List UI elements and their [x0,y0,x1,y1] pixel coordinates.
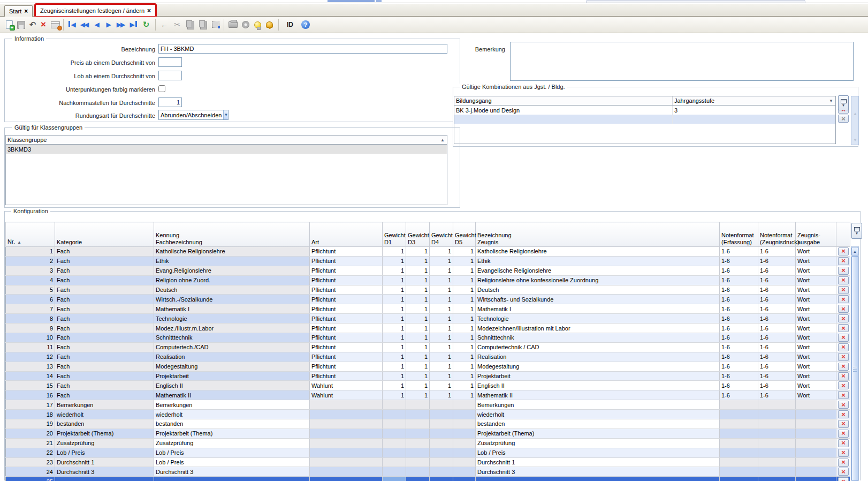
column-header-klassengruppe[interactable]: Klassengruppe ▲ [6,136,447,144]
cell-nr[interactable]: 2 [6,256,55,266]
cell-kategorie[interactable]: Fach [55,342,154,352]
cell-nr[interactable]: 11 [6,342,55,352]
cell-ausgabe[interactable]: Wort [796,371,836,381]
cell-d1[interactable]: 1 [383,371,406,381]
cell-nf_druck[interactable]: 1-6 [758,275,796,285]
cell-nf_erf[interactable]: 1-6 [720,275,758,285]
cell-nf_druck[interactable]: 1-6 [758,295,796,304]
cell-ausgabe[interactable]: Wort [796,266,836,275]
form-settings-icon[interactable] [49,19,61,31]
cell-ausgabe[interactable]: Wort [796,390,836,400]
cell-bezeichnung[interactable]: Wirtschafts- und Sozialkunde [476,295,720,304]
cell-d1[interactable]: 1 [383,342,406,352]
cell-kategorie[interactable]: Fach [55,314,154,324]
cell-bezeichnung[interactable]: Durchschnitt 3 [476,467,720,477]
cell-d1[interactable]: 1 [383,390,406,400]
cell-d3[interactable]: 1 [406,256,430,266]
cut-icon[interactable]: ✂ [171,19,183,31]
cell-ausgabe[interactable]: Wort [796,256,836,266]
cell-d5[interactable] [453,410,476,419]
cell-d1[interactable] [383,410,406,419]
cell-d5[interactable]: 1 [453,390,476,400]
column-header-nf_erf[interactable]: Notenformat (Erfassung) [720,222,758,247]
delete-row-button[interactable]: × [838,314,849,322]
save-icon[interactable] [15,19,27,31]
bezeichnung-input[interactable] [158,44,447,54]
cell-ausgabe[interactable] [796,438,836,448]
cell-d5[interactable] [453,467,476,477]
cell-art[interactable]: Pflichtunt [310,247,383,257]
cell-kategorie[interactable]: Fach [55,371,154,381]
cell-d3[interactable] [406,467,430,477]
cell-art[interactable] [310,438,383,448]
cell-nf_erf[interactable] [720,457,758,467]
cell-nr[interactable]: 23 [6,457,55,467]
cell-bezeichnung[interactable]: Englisch II [476,381,720,390]
cell-nr[interactable]: 5 [6,285,55,295]
cell-ausgabe[interactable]: Wort [796,362,836,371]
list-item[interactable]: 3BKMD3 [6,145,447,154]
cell-kennung[interactable]: Evang.Religionslehre [154,266,310,275]
cell-nr[interactable]: 13 [6,362,55,371]
cell-d1[interactable] [383,467,406,477]
cell-kennung[interactable]: Mathematik I [154,304,310,314]
cell-art[interactable] [310,429,383,438]
delete-row-button[interactable]: × [838,381,849,389]
cell-bezeichnung[interactable]: Realisation [476,352,720,362]
scroll-up-button[interactable]: ▲ [851,247,858,255]
cell-d4[interactable]: 1 [430,362,453,371]
cell-nf_erf[interactable]: 1-6 [720,324,758,333]
cell-d4[interactable]: 1 [430,247,453,257]
cell-nf_erf[interactable] [720,438,758,448]
delete-row-button[interactable]: × [838,305,849,313]
column-header-nr[interactable]: Nr.▲ [6,222,55,247]
cell-nf_druck[interactable] [758,477,796,481]
cell-d1[interactable] [383,419,406,429]
cell-art[interactable]: Pflichtunt [310,256,383,266]
paste-icon[interactable] [197,19,209,31]
delete-record-icon[interactable]: × [37,19,49,31]
cell-bezeichnung[interactable]: Computertechnik / CAD [476,342,720,352]
chevron-down-icon[interactable]: ▼ [223,110,228,119]
cell-art[interactable] [310,477,383,481]
cell-d1[interactable]: 1 [383,285,406,295]
cell-d3[interactable]: 1 [406,333,430,343]
cell-d1[interactable]: 1 [383,266,406,275]
cell-nr[interactable]: 9 [6,324,55,333]
cell-d3[interactable]: 1 [406,266,430,275]
cell-bezeichnung[interactable]: Technologie [476,314,720,324]
cell-ausgabe[interactable] [796,410,836,419]
cell-bezeichnung[interactable]: Bemerkungen [476,400,720,410]
cell-art[interactable] [310,457,383,467]
cell-bezeichnung[interactable]: Schnitttechnik [476,333,720,343]
cell-d5[interactable]: 1 [453,285,476,295]
cell-d3[interactable]: 1 [406,247,430,257]
id-button[interactable]: ID [283,19,298,31]
cell-bezeichnung[interactable]: Modegestaltung [476,362,720,371]
tab-zeugniseinstellungen[interactable]: Zeugniseinstellungen festlegen / ändern … [35,4,156,17]
cell-nf_druck[interactable]: 1-6 [758,371,796,381]
cell-nf_erf[interactable]: 1-6 [720,256,758,266]
cell-art[interactable]: Pflichtunt [310,352,383,362]
cell-art[interactable] [310,410,383,419]
delete-row-button[interactable]: × [838,468,849,476]
cell-nr[interactable]: 14 [6,371,55,381]
scrollbar-thumb[interactable] [851,256,858,481]
cell-nf_druck[interactable]: 1-6 [758,324,796,333]
cell-d3[interactable] [406,410,430,419]
cell-bezeichnung[interactable]: Zusatzprüfung [476,438,720,448]
cell-art[interactable] [310,467,383,477]
cell-nf_druck[interactable] [758,419,796,429]
delete-row-button[interactable]: × [838,439,849,447]
insert-row-button[interactable]: ▼ [851,223,862,239]
cell-kategorie[interactable]: Fach [55,256,154,266]
cell-nr[interactable]: 24 [6,467,55,477]
cell-kategorie[interactable]: Fach [55,333,154,343]
cell-d3[interactable]: 1 [406,381,430,390]
cell-kategorie[interactable]: Fach [55,381,154,390]
cell-kennung[interactable]: Realisation [154,352,310,362]
sort-asc-icon[interactable]: ▲ [17,240,21,245]
cell-kategorie[interactable]: Fach [55,285,154,295]
cell-d4[interactable] [430,477,453,481]
cell-d4[interactable] [430,410,453,419]
